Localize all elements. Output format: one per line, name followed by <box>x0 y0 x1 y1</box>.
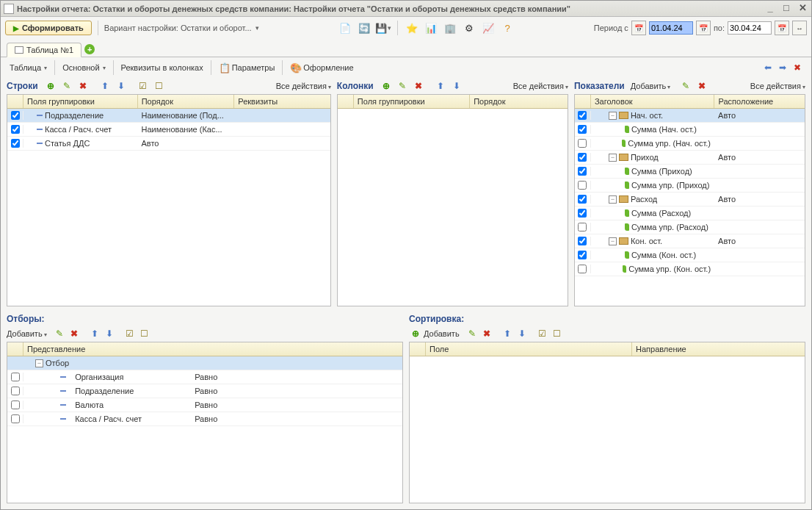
table-row[interactable]: Статья ДДСАвто <box>7 137 330 151</box>
maximize-button[interactable]: □ <box>780 4 792 14</box>
minimize-button[interactable]: _ <box>764 4 776 14</box>
collapse-icon[interactable]: − <box>35 359 43 367</box>
filters-delete-button[interactable]: ✖ <box>68 327 81 340</box>
cols-down-button[interactable]: ⬇ <box>450 79 463 93</box>
row-checkbox[interactable] <box>578 209 587 218</box>
date-to-input[interactable] <box>728 21 772 35</box>
cols-req-menu[interactable]: Реквизиты в колонках <box>118 62 206 73</box>
sort-delete-button[interactable]: ✖ <box>480 327 493 340</box>
row-checkbox[interactable] <box>578 223 587 231</box>
row-checkbox[interactable] <box>11 111 20 120</box>
table-row[interactable]: ОрганизацияРавно <box>7 370 402 384</box>
collapse-icon[interactable]: − <box>609 154 617 162</box>
toolbar-icon-2[interactable]: 🔄 <box>356 20 372 36</box>
row-checkbox[interactable] <box>578 265 587 273</box>
date-from-input[interactable] <box>649 21 693 35</box>
indicators-header-title[interactable]: Заголовок <box>591 95 715 108</box>
filters-up-button[interactable]: ⬆ <box>88 327 101 340</box>
cols-header-order[interactable]: Порядок <box>470 95 568 108</box>
collapse-icon[interactable]: − <box>609 195 617 204</box>
indicators-add-button[interactable]: Добавить <box>631 82 671 90</box>
toolbar-icon-5[interactable]: 🏢 <box>442 20 458 36</box>
sort-checkall-button[interactable]: ☑ <box>536 327 549 340</box>
row-checkbox[interactable] <box>11 414 20 423</box>
rows-edit-button[interactable]: ✎ <box>60 79 73 93</box>
nav-close-icon[interactable]: ✖ <box>791 61 804 74</box>
design-menu[interactable]: 🎨Оформление <box>287 61 356 75</box>
table-row[interactable]: − Кон. ост.Авто <box>575 234 805 248</box>
variant-dropdown-icon[interactable]: ▾ <box>255 24 259 32</box>
table-row[interactable]: Сумма (Кон. ост.) <box>575 248 805 262</box>
sort-header-field[interactable]: Поле <box>426 342 632 356</box>
table-row[interactable]: Сумма упр. (Расход) <box>575 220 805 234</box>
row-checkbox[interactable] <box>11 373 20 381</box>
close-button[interactable]: ✕ <box>797 4 808 14</box>
settings-icon[interactable]: ⚙ <box>461 20 477 36</box>
filters-edit-button[interactable]: ✎ <box>53 327 66 340</box>
row-checkbox[interactable] <box>11 401 20 409</box>
sort-uncheckall-button[interactable]: ☐ <box>551 327 564 340</box>
table-row[interactable]: − Отбор <box>7 356 402 370</box>
toolbar-icon-4[interactable]: 📊 <box>423 20 439 36</box>
tab-table1[interactable]: Таблица №1 <box>7 43 81 57</box>
table-row[interactable]: Сумма (Расход) <box>575 206 805 220</box>
indicators-all-actions[interactable]: Все действия <box>750 82 805 90</box>
cols-header-group[interactable]: Поля группировки <box>354 95 470 108</box>
rows-all-actions[interactable]: Все действия <box>276 82 331 90</box>
row-checkbox[interactable] <box>11 125 20 134</box>
toolbar-icon-1[interactable]: 📄 <box>337 20 353 36</box>
sort-add-icon[interactable]: ⊕ <box>409 327 422 340</box>
rows-header-group[interactable]: Поля группировки <box>23 95 138 108</box>
cols-add-button[interactable]: ⊕ <box>380 79 393 93</box>
row-checkbox[interactable] <box>578 139 587 148</box>
sort-header-dir[interactable]: Направление <box>632 342 805 356</box>
rows-delete-button[interactable]: ✖ <box>76 79 90 93</box>
table-row[interactable]: Сумма (Приход) <box>575 165 805 179</box>
row-checkbox[interactable] <box>11 139 20 148</box>
row-checkbox[interactable] <box>578 181 587 190</box>
filters-checkall-button[interactable]: ☑ <box>123 327 137 340</box>
nav-left-icon[interactable]: ⬅ <box>761 61 775 74</box>
row-checkbox[interactable] <box>578 195 587 204</box>
table-row[interactable]: Сумма упр. (Приход) <box>575 179 805 193</box>
cols-delete-button[interactable]: ✖ <box>412 79 425 93</box>
table-row[interactable]: Сумма упр. (Нач. ост.) <box>575 137 805 151</box>
table-row[interactable]: Сумма (Нач. ост.) <box>575 123 805 137</box>
main-menu[interactable]: Основной <box>59 62 108 73</box>
filters-down-button[interactable]: ⬇ <box>103 327 116 340</box>
chart-icon[interactable]: 📈 <box>480 20 496 36</box>
row-checkbox[interactable] <box>578 237 587 245</box>
calendar-from-button[interactable]: 📅 <box>631 21 646 35</box>
rows-header-req[interactable]: Реквизиты <box>234 95 330 108</box>
filters-uncheckall-button[interactable]: ☐ <box>138 327 151 340</box>
table-row[interactable]: Касса / Расч. счетНаименование (Кас... <box>7 123 330 137</box>
rows-uncheckall-button[interactable]: ☐ <box>153 79 166 93</box>
rows-up-button[interactable]: ⬆ <box>98 79 112 93</box>
params-menu[interactable]: 📋Параметры <box>216 61 278 75</box>
table-row[interactable]: Сумма упр. (Кон. ост.) <box>575 262 805 276</box>
rows-header-order[interactable]: Порядок <box>138 95 235 108</box>
row-checkbox[interactable] <box>578 251 587 259</box>
period-expand-button[interactable]: ↔ <box>792 21 807 35</box>
rows-down-button[interactable]: ⬇ <box>115 79 128 93</box>
sort-edit-button[interactable]: ✎ <box>465 327 479 340</box>
table-row[interactable]: Касса / Расч. счетРавно <box>7 412 402 426</box>
date-to-picker[interactable]: 📅 <box>775 21 789 35</box>
sort-down-button[interactable]: ⬇ <box>515 327 529 340</box>
rows-add-button[interactable]: ⊕ <box>44 79 57 93</box>
row-checkbox[interactable] <box>578 111 587 120</box>
table-row[interactable]: ПодразделениеРавно <box>7 384 402 398</box>
row-checkbox[interactable] <box>578 167 587 176</box>
filters-add-button[interactable]: Добавить <box>7 329 47 338</box>
collapse-icon[interactable]: − <box>609 237 617 245</box>
save-icon[interactable]: 💾▾ <box>375 20 391 36</box>
table-row[interactable]: ПодразделениеНаименование (Под... <box>7 109 330 123</box>
filters-header-rep[interactable]: Представление <box>23 342 402 356</box>
cols-edit-button[interactable]: ✎ <box>396 79 409 93</box>
favorite-icon[interactable]: ⭐ <box>404 20 420 36</box>
help-icon[interactable]: ? <box>499 20 515 36</box>
rows-checkall-button[interactable]: ☑ <box>137 79 150 93</box>
row-checkbox[interactable] <box>578 153 587 162</box>
table-row[interactable]: − РасходАвто <box>575 193 805 206</box>
nav-right-icon[interactable]: ➡ <box>776 61 789 74</box>
